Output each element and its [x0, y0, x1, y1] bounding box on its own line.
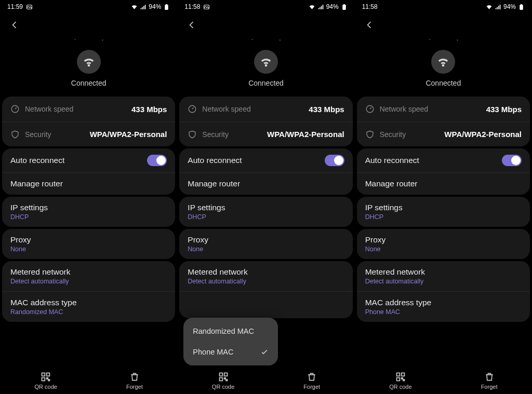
signal-icon — [495, 4, 501, 10]
svg-rect-4 — [145, 5, 146, 9]
svg-rect-36 — [402, 378, 403, 379]
svg-rect-2 — [142, 7, 143, 9]
speed-value: 433 Mbps — [131, 105, 167, 114]
clock: 11:59 — [7, 3, 23, 10]
svg-rect-8 — [42, 373, 45, 376]
metered-row[interactable]: Metered network Detect automatically — [2, 261, 175, 291]
auto-reconnect-toggle[interactable] — [147, 155, 167, 166]
wifi-icon — [77, 50, 101, 74]
info-card: Network speed 433 Mbps Security WPA/WPA2… — [2, 97, 175, 146]
back-icon[interactable] — [364, 20, 375, 30]
svg-rect-22 — [224, 373, 227, 376]
proxy-row[interactable]: Proxy None — [357, 229, 530, 259]
svg-rect-1 — [141, 8, 142, 9]
clock: 11:58 — [184, 3, 200, 10]
shield-icon — [365, 130, 375, 139]
speed-row: Network speed 433 Mbps — [2, 97, 175, 121]
security-row: Security WPA/WPA2-Personal — [2, 121, 175, 146]
clock: 11:58 — [362, 3, 378, 10]
speed-row: Network speed 433 Mbps — [179, 97, 352, 121]
qr-button[interactable]: QR code — [389, 372, 411, 390]
shield-icon — [10, 130, 20, 139]
metered-row[interactable]: Metered network Detect automatically — [179, 261, 352, 291]
proxy-row[interactable]: Proxy None — [179, 229, 352, 259]
connected-label: Connected — [248, 79, 284, 87]
mac-type-row[interactable]: MAC address type Randomized MAC — [2, 291, 175, 322]
svg-rect-35 — [396, 378, 400, 381]
svg-rect-15 — [320, 7, 321, 9]
trash-icon — [307, 372, 317, 382]
svg-rect-5 — [165, 5, 169, 10]
proxy-row[interactable]: Proxy None — [2, 229, 175, 259]
back-icon[interactable] — [9, 20, 20, 30]
svg-rect-3 — [143, 6, 144, 9]
forget-button[interactable]: Forget — [481, 372, 498, 390]
mac-type-popup: Randomized MAC Phone MAC — [183, 318, 278, 365]
speed-icon — [188, 104, 197, 114]
image-icon — [203, 4, 210, 10]
signal-icon — [140, 4, 147, 10]
forget-button[interactable]: Forget — [126, 372, 143, 390]
ip-settings-row[interactable]: IP settings DHCP — [2, 197, 175, 227]
svg-rect-23 — [219, 378, 222, 381]
manage-router-row[interactable]: Manage router — [357, 172, 530, 195]
status-bar: 11:58 94% — [177, 0, 354, 12]
battery-text: 94% — [503, 3, 516, 10]
auto-reconnect-toggle[interactable] — [325, 155, 344, 166]
wifi-icon — [431, 50, 455, 74]
svg-rect-10 — [42, 378, 45, 381]
security-row: Security WPA/WPA2-Personal — [179, 121, 352, 146]
svg-rect-28 — [498, 6, 499, 9]
back-icon[interactable] — [187, 20, 197, 30]
image-icon — [26, 4, 33, 10]
wifi-header: `' Connected — [0, 34, 177, 94]
mac-type-row[interactable]: MAC address type Phone MAC — [357, 291, 530, 322]
auto-reconnect-row[interactable]: Auto reconnect — [357, 148, 530, 172]
svg-rect-30 — [520, 5, 523, 10]
manage-router-row[interactable]: Manage router — [2, 172, 175, 195]
shield-icon — [188, 130, 197, 139]
metered-row[interactable]: Metered network Detect automatically — [357, 261, 530, 291]
qr-icon — [218, 372, 229, 382]
forget-button[interactable]: Forget — [303, 372, 320, 390]
svg-rect-33 — [396, 373, 400, 376]
popup-phone-mac[interactable]: Phone MAC — [183, 342, 278, 362]
auto-reconnect-row[interactable]: Auto reconnect — [179, 148, 352, 172]
popup-randomized-mac[interactable]: Randomized MAC — [183, 321, 278, 342]
qr-icon — [395, 372, 406, 382]
connected-label: Connected — [71, 79, 107, 87]
ip-settings-row[interactable]: IP settings DHCP — [179, 197, 352, 227]
qr-button[interactable]: QR code — [35, 372, 57, 390]
bottom-bar: QR code Forget — [0, 368, 177, 394]
screen-2: 11:58 94% `' Connected Network speed — [177, 0, 354, 394]
ip-settings-row[interactable]: IP settings DHCP — [357, 197, 530, 227]
svg-rect-24 — [224, 378, 225, 379]
svg-rect-17 — [322, 5, 323, 9]
speed-icon — [365, 104, 375, 114]
wifi-icon — [254, 50, 278, 74]
security-value: WPA/WPA2-Personal — [90, 130, 167, 139]
svg-rect-21 — [219, 373, 222, 376]
qr-button[interactable]: QR code — [212, 372, 234, 390]
battery-icon — [341, 4, 348, 10]
svg-rect-37 — [403, 379, 405, 381]
svg-rect-31 — [521, 4, 522, 5]
speed-icon — [10, 104, 20, 114]
security-row: Security WPA/WPA2-Personal — [357, 121, 530, 146]
svg-rect-29 — [500, 5, 501, 9]
qr-icon — [41, 372, 51, 382]
svg-rect-9 — [47, 373, 50, 376]
signal-icon — [317, 4, 324, 10]
wifi-status-icon — [486, 4, 493, 10]
battery-text: 94% — [326, 3, 339, 10]
screen-3: 11:58 94% `' Connected Network speed — [355, 0, 532, 394]
svg-rect-11 — [47, 378, 48, 379]
auto-reconnect-row[interactable]: Auto reconnect — [2, 148, 175, 172]
battery-text: 94% — [149, 3, 161, 10]
manage-router-row[interactable]: Manage router — [179, 172, 352, 195]
svg-rect-16 — [321, 6, 322, 9]
auto-reconnect-toggle[interactable] — [502, 155, 522, 166]
trash-icon — [484, 372, 495, 382]
wifi-status-icon — [131, 4, 138, 10]
svg-rect-14 — [318, 8, 319, 9]
